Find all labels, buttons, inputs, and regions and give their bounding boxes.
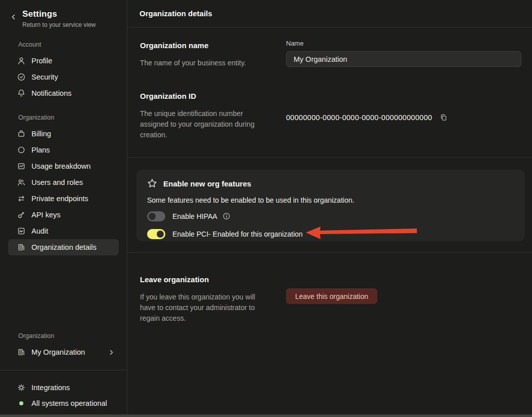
pci-toggle-label: Enable PCI- Enabled for this organizatio… [172, 230, 303, 238]
sidebar-item-private-endpoints[interactable]: Private endpoints [8, 191, 119, 207]
sidebar-item-api-keys[interactable]: API keys [8, 207, 119, 223]
sidebar-item-label: Audit [31, 227, 48, 235]
name-field-label: Name [286, 40, 521, 47]
features-heading: Enable new org features [163, 179, 251, 188]
leave-organization-section: Leave organization If you leave this org… [127, 275, 532, 324]
sidebar-item-notifications[interactable]: Notifications [8, 85, 119, 101]
sidebar-item-plans[interactable]: Plans [8, 142, 119, 158]
sidebar-bottom: Organization My Organization Integration… [0, 320, 127, 417]
organization-id-value: 00000000-0000-0000-0000-000000000000 [286, 113, 432, 122]
pci-toggle-row: Enable PCI- Enabled for this organizatio… [147, 228, 515, 240]
leave-description: If you leave this organization you will … [140, 292, 268, 324]
sidebar-item-security[interactable]: Security [8, 69, 119, 85]
sidebar-item-label: My Organization [31, 348, 85, 356]
hipaa-toggle-label: Enable HIPAA [172, 212, 217, 220]
main-panel: Organization details Organization name T… [127, 0, 532, 417]
status-dot-icon [17, 401, 26, 405]
organization-name-description: The name of your business entity. [140, 58, 268, 68]
integrations-link[interactable]: Integrations [8, 380, 119, 395]
leave-organization-button[interactable]: Leave this organization [286, 288, 377, 304]
sidebar: Settings Return to your service view Acc… [0, 0, 127, 417]
organization-name-input[interactable] [286, 51, 521, 67]
chevron-right-icon [108, 349, 115, 356]
sidebar-item-users-and-roles[interactable]: Users and roles [8, 174, 119, 191]
features-description: Some features need to be enabled to be u… [147, 196, 515, 204]
sidebar-item-label: Organization details [31, 243, 96, 251]
shield-check-icon [17, 72, 26, 82]
integrations-label: Integrations [31, 384, 70, 392]
billing-bag-icon [17, 129, 26, 138]
star-icon [147, 178, 157, 188]
usage-chart-icon [17, 162, 26, 171]
account-nav: Profile Security Notifications [0, 53, 127, 101]
organization-name-section: Organization name The name of your busin… [127, 41, 532, 68]
swap-arrows-icon [17, 194, 26, 203]
audit-pulse-icon [17, 226, 26, 236]
circle-icon [17, 145, 26, 155]
page-title: Organization details [127, 0, 532, 27]
org-features-card: Enable new org features Some features ne… [136, 170, 525, 241]
building-icon [17, 348, 26, 357]
sidebar-item-label: Notifications [31, 89, 72, 97]
sidebar-item-label: API keys [31, 211, 60, 219]
system-status-link[interactable]: All systems operational [8, 395, 119, 411]
hipaa-toggle[interactable] [147, 211, 165, 221]
sidebar-item-label: Users and roles [31, 178, 83, 186]
sidebar-item-profile[interactable]: Profile [8, 53, 119, 69]
integrations-cog-icon [17, 383, 26, 392]
status-label: All systems operational [31, 399, 107, 407]
section-label-organization-bottom: Organization [0, 332, 127, 339]
sidebar-item-label: Profile [31, 57, 52, 65]
settings-app: Settings Return to your service view Acc… [0, 0, 532, 417]
organization-nav: Billing Plans Usage breakdown Users and … [0, 126, 127, 255]
sidebar-item-usage-breakdown[interactable]: Usage breakdown [8, 158, 119, 174]
sidebar-item-label: Plans [31, 146, 50, 154]
hipaa-toggle-row: Enable HIPAA [147, 210, 515, 222]
key-icon [17, 210, 26, 219]
organization-id-heading: Organization ID [140, 92, 286, 100]
sidebar-item-label: Security [31, 73, 58, 81]
leave-heading: Leave organization [140, 275, 286, 284]
sidebar-title: Settings [22, 9, 96, 19]
sidebar-item-my-organization[interactable]: My Organization [8, 344, 119, 360]
info-icon[interactable] [223, 212, 230, 220]
building-icon [17, 243, 26, 252]
users-icon [17, 178, 26, 187]
pci-toggle[interactable] [147, 229, 165, 239]
organization-id-section: Organization ID The unique identificatio… [127, 92, 532, 140]
window-bottom-strip [0, 414, 532, 417]
user-icon [17, 56, 26, 65]
divider [127, 252, 532, 253]
sidebar-item-audit[interactable]: Audit [8, 223, 119, 239]
sidebar-item-label: Usage breakdown [31, 162, 91, 170]
sidebar-item-label: Billing [31, 130, 51, 138]
organization-name-heading: Organization name [140, 41, 286, 50]
sidebar-item-label: Private endpoints [31, 195, 88, 203]
section-label-organization: Organization [0, 114, 127, 121]
section-label-account: Account [0, 41, 127, 48]
sidebar-header: Settings Return to your service view [0, 8, 127, 28]
copy-icon[interactable] [439, 113, 448, 122]
sidebar-item-organization-details[interactable]: Organization details [8, 239, 119, 255]
bell-icon [17, 89, 26, 98]
sidebar-item-billing[interactable]: Billing [8, 126, 119, 142]
organization-id-description: The unique identification number assigne… [140, 108, 268, 140]
back-chevron-icon[interactable] [10, 14, 17, 28]
sidebar-subtitle: Return to your service view [22, 21, 96, 28]
